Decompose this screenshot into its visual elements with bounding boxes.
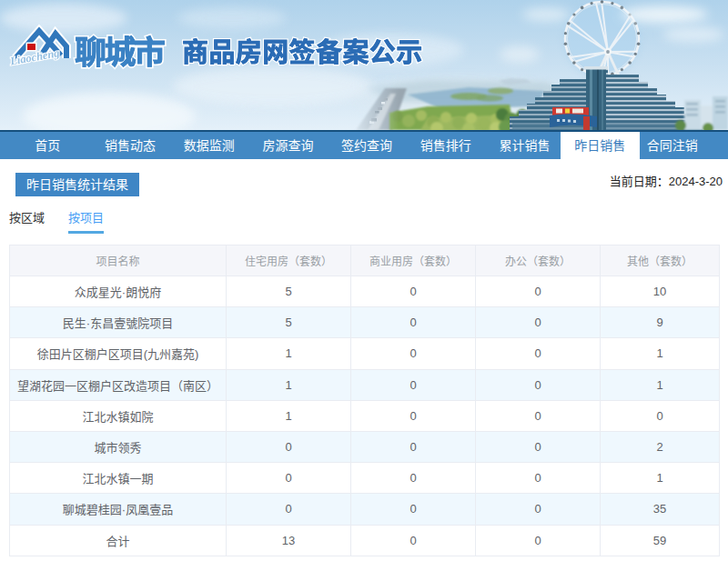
svg-text:聊城市: 聊城市 [75,35,165,70]
svg-text:商品房网签备案公示: 商品房网签备案公示 [182,38,423,67]
